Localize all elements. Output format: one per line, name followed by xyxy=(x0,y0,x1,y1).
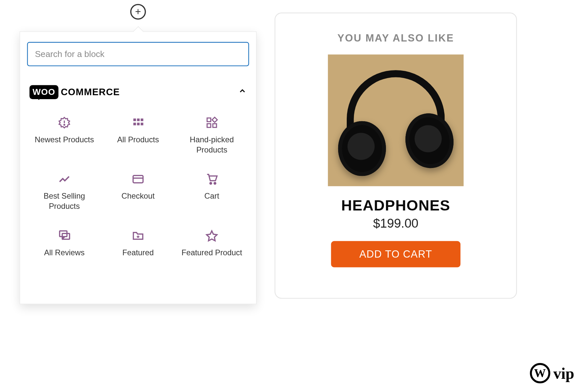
add-to-cart-button[interactable]: ADD TO CART xyxy=(331,241,460,267)
svg-rect-5 xyxy=(141,119,143,121)
block-label: Hand-picked Products xyxy=(176,134,248,155)
block-label: Featured Product xyxy=(182,247,242,258)
trend-icon xyxy=(58,173,71,185)
block-cart[interactable]: Cart xyxy=(176,173,248,211)
block-label: Best Selling Products xyxy=(29,191,100,211)
block-label: All Reviews xyxy=(44,247,85,258)
search-input[interactable] xyxy=(27,42,249,66)
product-card: YOU MAY ALSO LIKE HEADPHONES $199.00 ADD… xyxy=(275,13,517,299)
chevron-up-icon xyxy=(238,87,247,98)
svg-rect-7 xyxy=(137,123,140,125)
card-heading: YOU MAY ALSO LIKE xyxy=(338,32,454,44)
svg-rect-11 xyxy=(213,124,217,127)
block-label: All Products xyxy=(117,134,159,145)
block-inserter-panel: WOO COMMERCE Newest Products xyxy=(20,31,257,304)
star-icon xyxy=(206,229,218,242)
svg-point-15 xyxy=(210,182,212,184)
product-name: HEADPHONES xyxy=(341,197,450,214)
block-label: Newest Products xyxy=(35,134,94,145)
svg-marker-19 xyxy=(136,235,140,238)
cart-icon xyxy=(206,173,218,185)
block-featured[interactable]: Featured xyxy=(103,229,174,258)
woo-logo-bubble: WOO xyxy=(29,85,58,99)
block-label: Cart xyxy=(204,191,219,201)
svg-point-16 xyxy=(214,182,216,184)
svg-rect-10 xyxy=(207,124,211,127)
svg-rect-13 xyxy=(133,176,143,183)
block-newest-products[interactable]: Newest Products xyxy=(29,116,100,155)
svg-rect-9 xyxy=(207,118,211,122)
svg-marker-20 xyxy=(207,231,217,241)
blocks-grid: Newest Products All Products xyxy=(27,116,249,257)
wordpress-icon: W xyxy=(530,363,550,383)
vip-text: vip xyxy=(553,364,574,382)
svg-rect-6 xyxy=(133,123,136,125)
svg-rect-4 xyxy=(137,119,140,121)
card-icon xyxy=(132,173,144,185)
svg-rect-12 xyxy=(212,117,217,123)
block-label: Featured xyxy=(122,247,154,258)
svg-rect-8 xyxy=(141,123,143,125)
category-header[interactable]: WOO COMMERCE xyxy=(27,85,249,99)
svg-rect-3 xyxy=(133,119,136,121)
product-image xyxy=(328,54,464,186)
plus-icon: + xyxy=(135,6,141,18)
block-best-selling-products[interactable]: Best Selling Products xyxy=(29,173,100,211)
woo-logo-text: COMMERCE xyxy=(61,87,120,98)
squares-plus-icon xyxy=(206,116,218,129)
block-checkout[interactable]: Checkout xyxy=(103,173,174,211)
headphones-earcup-left xyxy=(338,121,386,176)
block-featured-product[interactable]: Featured Product xyxy=(176,229,248,258)
chat-icon xyxy=(58,229,71,242)
block-label: Checkout xyxy=(122,191,155,201)
badge-icon xyxy=(58,116,71,129)
block-all-reviews[interactable]: All Reviews xyxy=(29,229,100,258)
woocommerce-logo: WOO COMMERCE xyxy=(29,85,120,99)
block-all-products[interactable]: All Products xyxy=(103,116,174,155)
product-price: $199.00 xyxy=(373,216,419,231)
add-block-button[interactable]: + xyxy=(130,4,146,20)
grid-icon xyxy=(132,116,144,129)
block-hand-picked-products[interactable]: Hand-picked Products xyxy=(176,116,248,155)
svg-point-2 xyxy=(64,125,65,125)
folder-star-icon xyxy=(132,229,144,242)
wpvip-logo: W vip xyxy=(530,363,574,383)
